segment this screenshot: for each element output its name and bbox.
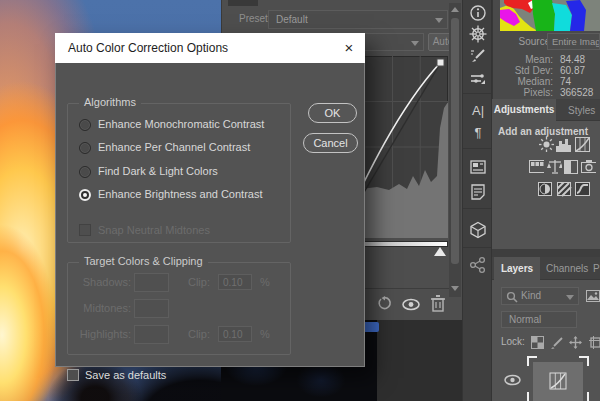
tool-presets-icon[interactable] bbox=[469, 70, 487, 88]
shadows-clip-input[interactable] bbox=[218, 274, 252, 290]
trash-icon[interactable] bbox=[431, 295, 445, 312]
tab-channels[interactable]: Channels bbox=[546, 263, 588, 274]
layer-filter-dropdown[interactable]: Kind bbox=[501, 287, 579, 305]
cancel-button[interactable]: Cancel bbox=[303, 133, 358, 153]
shadows-swatch[interactable] bbox=[134, 273, 169, 292]
highlights-swatch[interactable] bbox=[134, 325, 169, 344]
chevron-down-icon bbox=[566, 295, 574, 300]
dock-divider bbox=[463, 93, 491, 94]
save-as-defaults-label: Save as defaults bbox=[85, 369, 166, 381]
notes-icon[interactable] bbox=[469, 183, 487, 201]
stat-label: Pixels: bbox=[495, 87, 553, 98]
tab-styles[interactable]: Styles bbox=[568, 105, 595, 116]
panel-groove bbox=[492, 249, 600, 257]
save-as-defaults-checkbox[interactable] bbox=[67, 369, 79, 381]
layer-thumbnail[interactable] bbox=[527, 356, 589, 401]
black-white-icon[interactable] bbox=[564, 160, 579, 175]
radio-enhance-per-channel[interactable] bbox=[79, 142, 91, 154]
character-icon[interactable]: A| bbox=[469, 102, 487, 120]
source-dropdown[interactable]: Entire Image bbox=[547, 33, 600, 50]
radio-enhance-brightness-contrast[interactable] bbox=[79, 189, 91, 201]
shadows-label: Shadows: bbox=[71, 276, 131, 288]
midtones-swatch[interactable] bbox=[134, 299, 169, 318]
lock-pixels-icon[interactable] bbox=[551, 336, 564, 349]
filter-image-icon[interactable] bbox=[586, 290, 600, 302]
target-colors-legend: Target Colors & Clipping bbox=[79, 255, 208, 267]
chevron-down-icon bbox=[435, 18, 443, 23]
scroll-up-icon[interactable] bbox=[451, 7, 459, 12]
dock-divider bbox=[463, 208, 491, 209]
percent-label: % bbox=[260, 328, 270, 340]
curves-icon[interactable] bbox=[575, 137, 590, 152]
blend-mode-dropdown[interactable]: Normal bbox=[501, 311, 577, 328]
close-icon[interactable]: × bbox=[339, 38, 359, 58]
source-label: Source: bbox=[495, 36, 553, 47]
pasteboard bbox=[377, 320, 462, 401]
stat-value: 74 bbox=[560, 76, 571, 87]
threshold-icon[interactable] bbox=[575, 182, 590, 197]
3d-icon[interactable] bbox=[469, 221, 487, 239]
tab-paths[interactable]: P bbox=[593, 263, 600, 274]
filter-value: Kind bbox=[521, 290, 541, 301]
add-adjustment-heading: Add an adjustment bbox=[498, 126, 588, 137]
levels-icon[interactable] bbox=[556, 137, 571, 152]
percent-label: % bbox=[260, 276, 270, 288]
stat-label: Std Dev: bbox=[495, 65, 553, 76]
photoshop-workspace: Preset: Default Auto Output: bbox=[0, 0, 600, 401]
layer-visibility-eye-icon[interactable] bbox=[504, 374, 521, 386]
invert-icon[interactable] bbox=[538, 182, 553, 197]
eye-icon[interactable] bbox=[402, 298, 420, 311]
dialog-body: Algorithms Enhance Monochromatic Contras… bbox=[55, 63, 365, 367]
tab-adjustments[interactable]: Adjustments bbox=[492, 99, 556, 121]
lock-position-icon[interactable] bbox=[569, 336, 582, 349]
stat-value: 84.48 bbox=[560, 54, 585, 65]
stat-label: Median: bbox=[495, 76, 553, 87]
brush-settings-icon[interactable] bbox=[469, 47, 487, 65]
info-icon[interactable] bbox=[469, 4, 487, 22]
clip-label: Clip: bbox=[184, 276, 210, 288]
properties-tab-edge bbox=[228, 0, 258, 6]
posterize-icon[interactable] bbox=[557, 182, 572, 197]
dock-divider bbox=[463, 247, 491, 248]
navigator-icon[interactable] bbox=[469, 25, 487, 43]
chevron-down-icon bbox=[411, 41, 419, 46]
stat-label: Mean: bbox=[495, 54, 553, 65]
stat-value: 366528 bbox=[560, 87, 593, 98]
ok-button[interactable]: OK bbox=[308, 103, 357, 123]
lock-label: Lock: bbox=[501, 336, 525, 347]
radio-find-dark-light[interactable] bbox=[79, 166, 91, 178]
clip-label: Clip: bbox=[184, 328, 210, 340]
radio-label: Enhance Brightness and Contrast bbox=[98, 188, 263, 200]
preset-dropdown[interactable]: Default bbox=[268, 10, 448, 29]
source-value: Entire Image bbox=[552, 36, 600, 47]
libraries-icon[interactable] bbox=[469, 158, 487, 176]
photo-filter-icon[interactable] bbox=[581, 160, 596, 175]
paragraph-icon[interactable]: ¶ bbox=[469, 124, 487, 142]
dialog-titlebar[interactable]: Auto Color Correction Options bbox=[55, 33, 365, 63]
reset-icon[interactable] bbox=[377, 296, 393, 312]
lock-transparency-icon[interactable] bbox=[531, 336, 544, 349]
scrollbar-thumb[interactable] bbox=[451, 18, 459, 264]
vibrance-icon[interactable] bbox=[529, 160, 544, 175]
highlights-clip-input[interactable] bbox=[218, 326, 252, 342]
preset-value: Default bbox=[276, 14, 308, 25]
share-icon[interactable] bbox=[469, 256, 487, 274]
stat-value: 60.87 bbox=[560, 65, 585, 76]
tab-layers[interactable]: Layers bbox=[494, 257, 540, 280]
radio-label: Enhance Per Channel Contrast bbox=[98, 141, 250, 153]
radio-enhance-monochromatic[interactable] bbox=[79, 119, 91, 131]
scroll-down-icon[interactable] bbox=[451, 286, 459, 291]
snap-neutral-midtones-checkbox[interactable] bbox=[79, 224, 91, 236]
curve-point-handle bbox=[437, 59, 444, 66]
midtones-label: Midtones: bbox=[71, 302, 131, 314]
shadow-input-slider[interactable] bbox=[434, 247, 446, 256]
radio-label: Enhance Monochromatic Contrast bbox=[98, 118, 264, 130]
brightness-contrast-icon[interactable] bbox=[539, 137, 554, 152]
histogram-graph bbox=[500, 0, 600, 31]
hue-saturation-icon[interactable] bbox=[547, 159, 562, 174]
lock-artboard-icon[interactable] bbox=[589, 336, 600, 349]
preset-label: Preset: bbox=[239, 13, 271, 24]
auto-color-correction-dialog: Auto Color Correction Options × Algorith… bbox=[55, 33, 365, 367]
blend-mode-value: Normal bbox=[509, 314, 541, 325]
channel-dropdown[interactable] bbox=[356, 33, 424, 51]
